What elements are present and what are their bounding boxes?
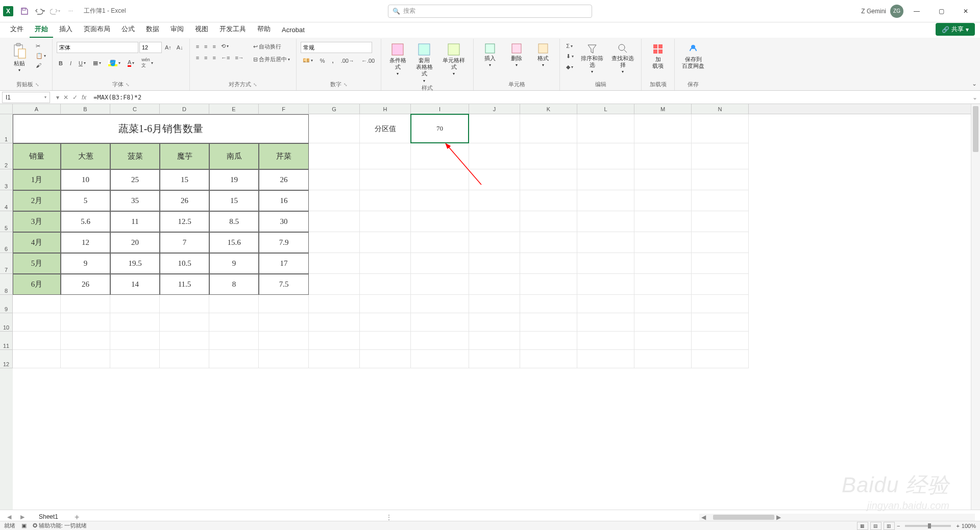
tab-file[interactable]: 文件 [5,21,29,38]
excel-logo-icon: X [3,6,13,16]
increase-decimal-button[interactable]: .00→ [339,56,356,65]
search-input[interactable]: 🔍 搜索 [388,5,592,18]
group-addins: 加 载项 加载项 [642,39,675,90]
share-button[interactable]: 🔗 共享 ▾ [936,23,975,36]
ribbon: 粘贴▾ ✂ 📋▾ 🖌 剪贴板⤡ A↑ A↓ B I U▾ ▦▾ 🪣▾ [0,38,980,91]
svg-rect-6 [448,44,459,55]
align-left-button[interactable]: ≡ [194,54,201,62]
cancel-formula-button[interactable]: ✕ [63,94,68,101]
group-clipboard: 粘贴▾ ✂ 📋▾ 🖌 剪贴板⤡ [3,39,53,90]
insert-cells-button[interactable]: 插入▾ [478,42,502,69]
fb-dropdown-icon[interactable]: ▾ [56,94,59,101]
autosum-button[interactable]: Σ▾ [564,42,576,50]
delete-cells-button[interactable]: 删除▾ [504,42,529,69]
sort-filter-button[interactable]: 排序和筛选▾ [578,42,606,75]
increase-indent-button[interactable]: ≡→ [233,54,246,62]
svg-rect-9 [538,44,548,53]
font-color-button[interactable]: A▾ [126,56,136,70]
save-baidu-button[interactable]: 保存到 百度网盘 [679,42,707,70]
align-bottom-button[interactable]: ≡ [211,42,218,51]
tab-help[interactable]: 帮助 [252,21,276,38]
tab-developer[interactable]: 开发工具 [214,21,251,38]
document-title: 工作簿1 - Excel [84,7,126,15]
align-middle-button[interactable]: ≡ [202,42,209,51]
svg-rect-5 [419,44,430,55]
underline-button[interactable]: U▾ [77,56,88,70]
font-name-select[interactable] [57,42,138,53]
fill-color-button[interactable]: 🪣▾ [106,56,122,70]
conditional-format-button[interactable]: 条件格式▾ [385,42,410,78]
svg-rect-8 [512,44,521,53]
name-box[interactable]: I1▾ [2,92,50,103]
save-qat-button[interactable] [17,4,32,18]
format-cells-button[interactable]: 格式▾ [531,42,555,69]
border-button[interactable]: ▦▾ [91,56,103,70]
tab-home[interactable]: 开始 [30,21,53,38]
decrease-indent-button[interactable]: ←≡ [219,54,232,62]
accept-formula-button[interactable]: ✓ [72,94,78,101]
user-avatar[interactable]: ZG [890,5,903,18]
svg-rect-12 [658,44,663,48]
group-cells: 插入▾ 删除▾ 格式▾ 单元格 [474,39,560,90]
undo-button[interactable]: ▾ [33,4,47,18]
comma-button[interactable]: , [330,56,336,65]
tab-pagelayout[interactable]: 页面布局 [79,21,115,38]
orientation-button[interactable]: ⟲▾ [219,42,231,51]
svg-point-15 [691,45,695,49]
minimize-button[interactable]: — [905,4,928,19]
paste-button[interactable]: 粘贴▾ [7,42,32,74]
align-top-button[interactable]: ≡ [194,42,201,51]
redo-button[interactable]: ▾ [48,4,62,18]
merge-center-button[interactable]: ⊟ 合并后居中▾ [251,55,292,64]
group-number: 💴▾ % , .00→ ←.00 数字⤡ [297,39,381,90]
group-font: A↑ A↓ B I U▾ ▦▾ 🪣▾ A▾ wén文▾ 字体⤡ [53,39,190,90]
currency-button[interactable]: 💴▾ [301,56,315,65]
ribbon-collapse-button[interactable]: ⌄ [972,80,977,87]
user-name[interactable]: Z Gemini [861,8,886,15]
ribbon-tabs: 文件 开始 插入 页面布局 公式 数据 审阅 视图 开发工具 帮助 Acroba… [0,22,980,38]
svg-rect-14 [658,49,663,54]
number-format-select[interactable] [301,42,372,53]
tab-view[interactable]: 视图 [190,21,213,38]
svg-point-10 [619,44,625,51]
addins-button[interactable]: 加 载项 [646,42,670,70]
align-right-button[interactable]: ≡ [211,54,218,62]
font-size-select[interactable] [139,42,162,53]
formula-bar: I1▾ ▾ ✕ ✓ fx =MAX(B3:F8)*2 ⌄ [0,91,980,104]
fx-button[interactable]: fx [82,94,86,101]
tab-insert[interactable]: 插入 [54,21,78,38]
tab-review[interactable]: 审阅 [165,21,189,38]
decrease-decimal-button[interactable]: ←.00 [359,56,377,65]
formula-input[interactable]: =MAX(B3:F8)*2 [90,94,970,101]
format-painter-button[interactable]: 🖌 [34,61,48,69]
tab-formulas[interactable]: 公式 [116,21,140,38]
cell-styles-button[interactable]: 单元格样式▾ [438,42,469,78]
qat-customize-button[interactable]: ⋯ [63,4,78,18]
copy-button[interactable]: 📋▾ [34,52,48,60]
bold-button[interactable]: B [57,56,65,70]
tab-acrobat[interactable]: Acrobat [277,23,310,38]
increase-font-button[interactable]: A↑ [163,42,174,53]
percent-button[interactable]: % [318,56,327,65]
clear-button[interactable]: ◆▾ [564,63,576,71]
fill-button[interactable]: ⬇▾ [564,52,576,61]
group-editing: Σ▾ ⬇▾ ◆▾ 排序和筛选▾ 查找和选择▾ 编辑 [560,39,642,90]
group-save: 保存到 百度网盘 保存 [675,39,712,90]
maximize-button[interactable]: ▢ [930,4,952,19]
svg-rect-4 [392,44,403,55]
cut-button[interactable]: ✂ [34,42,48,51]
find-select-button[interactable]: 查找和选择▾ [608,42,637,75]
wrap-text-button[interactable]: ↩ 自动换行 [251,42,292,52]
group-styles: 条件格式▾ 套用 表格格式▾ 单元格样式▾ 样式 [381,39,474,90]
svg-rect-2 [16,43,20,46]
formula-expand-button[interactable]: ⌄ [970,94,980,101]
close-button[interactable]: ✕ [954,4,977,19]
phonetic-button[interactable]: wén文▾ [139,56,155,70]
decrease-font-button[interactable]: A↓ [175,42,185,53]
tab-data[interactable]: 数据 [141,21,164,38]
format-table-button[interactable]: 套用 表格格式▾ [412,42,436,84]
title-bar: X ▾ ▾ ⋯ 工作簿1 - Excel 🔍 搜索 Z Gemini ZG — … [0,0,980,22]
svg-rect-13 [653,49,657,54]
align-center-button[interactable]: ≡ [202,54,209,62]
italic-button[interactable]: I [68,56,74,70]
